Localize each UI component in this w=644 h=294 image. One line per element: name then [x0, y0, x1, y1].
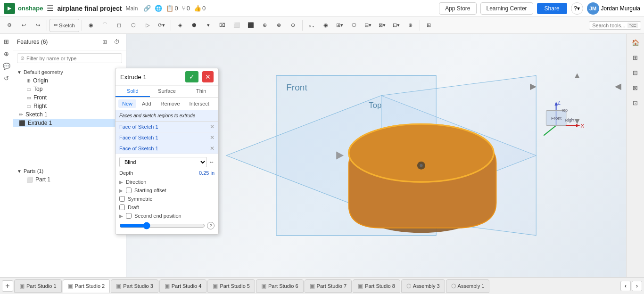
tree-section-default-geometry[interactable]: ▼ Default geometry [13, 68, 126, 76]
tree-item-top[interactable]: ▭ Top [13, 85, 126, 93]
tab-assembly-3[interactable]: ⬡ Assembly 3 [401, 279, 445, 293]
face-item-1[interactable]: Face of Sketch 1 ✕ [116, 122, 218, 132]
nav-cube-right-arrow[interactable]: ▶ [530, 81, 537, 91]
depth-slider[interactable] [119, 222, 205, 229]
side-icon-4[interactable]: ↺ [1, 73, 12, 84]
tree-section-parts[interactable]: ▼ Parts (1) [13, 167, 126, 175]
tree-item-extrude1[interactable]: ⬛ Extrude 1 [13, 119, 126, 127]
tool-18[interactable]: ⊞▾ [333, 19, 347, 32]
copy-count[interactable]: 📋 0 [166, 5, 178, 12]
tab-part-studio-8[interactable]: ▣ Part Studio 8 [353, 279, 400, 293]
tool-12[interactable]: ⬛ [244, 19, 257, 32]
face-item-2[interactable]: Face of Sketch 1 ✕ [116, 132, 218, 143]
tool-23[interactable]: ⊕ [404, 19, 417, 32]
face-remove-2[interactable]: ✕ [210, 134, 215, 141]
option-starting-offset[interactable]: ▶ Starting offset [119, 186, 215, 195]
tab-part-studio-5[interactable]: ▣ Part Studio 5 [207, 279, 255, 293]
tool-7[interactable]: ◈ [173, 19, 187, 32]
dialog-ok-button[interactable]: ✓ [185, 71, 198, 82]
tool-20[interactable]: ⊟▾ [362, 19, 375, 32]
option-symmetric[interactable]: Symmetric [119, 195, 215, 203]
dialog-tab-solid[interactable]: Solid [116, 86, 150, 97]
help-button[interactable]: ?▾ [571, 2, 583, 15]
right-icon-5[interactable]: ⊡ [628, 96, 643, 109]
face-remove-1[interactable]: ✕ [210, 123, 215, 130]
tool-10[interactable]: ⌧ [216, 19, 229, 32]
face-remove-3[interactable]: ✕ [210, 145, 215, 152]
help-icon[interactable]: ? [207, 222, 215, 229]
side-icon-1[interactable]: ⊞ [1, 36, 12, 47]
tool-3[interactable]: ◻ [113, 19, 126, 32]
tab-part-studio-6[interactable]: ▣ Part Studio 6 [256, 279, 304, 293]
nav-cube-down[interactable]: ▼ [573, 116, 581, 126]
tree-item-sketch1[interactable]: ✏ Sketch 1 [13, 110, 126, 119]
tab-nav-next[interactable]: › [632, 281, 642, 291]
tool-6[interactable]: ⟳▾ [155, 19, 168, 32]
tool-15[interactable]: ⊙ [287, 19, 300, 32]
add-feature-button[interactable]: ⊞ [99, 37, 110, 47]
tool-4[interactable]: ⬡ [127, 19, 140, 32]
learning-center-button[interactable]: Learning Center [480, 2, 533, 15]
tool-5[interactable]: ▷ [141, 19, 154, 32]
nav-cube-left[interactable]: ◀ [615, 81, 621, 91]
filter-input[interactable] [26, 56, 119, 61]
dialog-subtab-new[interactable]: New [118, 99, 136, 108]
tool-11[interactable]: ⬜ [230, 19, 243, 32]
branch-icon[interactable]: ⑂ 0 [182, 5, 190, 12]
tool-19[interactable]: ⎔ [347, 19, 361, 32]
tree-item-right[interactable]: ▭ Right [13, 102, 126, 110]
option-direction[interactable]: ▶ Direction [119, 178, 215, 186]
search-tools[interactable]: Search tools... ⌥C [589, 21, 641, 30]
add-tab-button[interactable]: + [2, 280, 13, 292]
starting-offset-checkbox[interactable] [126, 188, 132, 193]
face-item-3[interactable]: Face of Sketch 1 ✕ [116, 143, 218, 154]
option-draft[interactable]: Draft [119, 203, 215, 212]
nav-cube-up[interactable]: ▲ [573, 71, 581, 81]
dialog-tab-thin[interactable]: Thin [184, 86, 218, 97]
tool-16[interactable]: ⬦▾ [305, 19, 318, 32]
dialog-subtab-add[interactable]: Add [138, 99, 155, 108]
flip-direction-icon[interactable]: ↔ [209, 159, 215, 165]
side-icon-2[interactable]: ⊕ [1, 48, 12, 59]
undo-button[interactable]: ↩ [17, 19, 30, 32]
right-icon-1[interactable]: 🏠 [628, 36, 643, 49]
dialog-tab-surface[interactable]: Surface [150, 86, 184, 97]
tree-item-front[interactable]: ▭ Front [13, 93, 126, 102]
right-icon-3[interactable]: ⊟ [628, 66, 643, 79]
dialog-cancel-button[interactable]: ✕ [202, 71, 214, 82]
user-avatar[interactable]: JM Jordan Murguia [587, 2, 640, 15]
dialog-subtab-remove[interactable]: Remove [157, 99, 184, 108]
tool-22[interactable]: ⊡▾ [390, 19, 403, 32]
toolbar-settings[interactable]: ⚙ [3, 19, 16, 32]
tab-assembly-1[interactable]: ⬡ Assembly 1 [446, 279, 490, 293]
share-button[interactable]: Share [537, 3, 567, 14]
tool-2[interactable]: ⌒ [99, 19, 112, 32]
app-store-button[interactable]: App Store [439, 2, 476, 15]
tree-item-origin[interactable]: ⊕ Origin [13, 76, 126, 85]
tool-21[interactable]: ⊠▾ [376, 19, 389, 32]
history-button[interactable]: ⏱ [112, 37, 122, 47]
tool-8[interactable]: ⬢ [188, 19, 201, 32]
hamburger-menu[interactable]: ☰ [47, 4, 53, 13]
option-second-end[interactable]: ▶ Second end position [119, 212, 215, 220]
tree-item-part1[interactable]: ⬜ Part 1 [13, 175, 126, 184]
sketch-button[interactable]: ✏ Sketch [50, 19, 79, 32]
tool-17[interactable]: ◉ [319, 19, 332, 32]
tool-9[interactable]: ▾ [202, 19, 215, 32]
redo-button[interactable]: ↪ [31, 19, 44, 32]
side-icon-3[interactable]: 💬 [1, 60, 12, 72]
tool-13[interactable]: ⊕ [258, 19, 272, 32]
depth-value[interactable]: 0.25 in [199, 170, 215, 176]
tab-nav-prev[interactable]: ‹ [620, 281, 631, 291]
tab-part-studio-2[interactable]: ▣ Part Studio 2 [63, 279, 110, 293]
tool-24[interactable]: ⊞ [422, 19, 436, 32]
globe-icon[interactable]: 🌐 [155, 5, 162, 12]
tool-1[interactable]: ◉ [84, 19, 98, 32]
right-icon-2[interactable]: ⊞ [628, 51, 643, 64]
tab-part-studio-7[interactable]: ▣ Part Studio 7 [305, 279, 352, 293]
dialog-subtab-intersect[interactable]: Intersect [186, 99, 213, 108]
draft-checkbox[interactable] [119, 204, 125, 210]
tab-part-studio-4[interactable]: ▣ Part Studio 4 [159, 279, 207, 293]
tool-14[interactable]: ⊗ [272, 19, 286, 32]
tab-part-studio-1[interactable]: ▣ Part Studio 1 [14, 279, 62, 293]
